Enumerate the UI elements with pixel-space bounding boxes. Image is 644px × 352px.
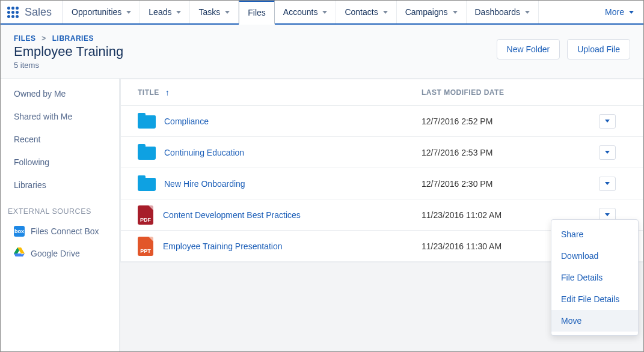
page-subtitle: 5 items <box>14 61 123 70</box>
box-icon: box <box>14 226 25 237</box>
chevron-down-icon[interactable] <box>453 11 458 14</box>
menu-item-share[interactable]: Share <box>551 223 638 245</box>
sidebar-item-owned-by-me[interactable]: Owned by Me <box>1 82 119 105</box>
sidebar-external-label: Files Connect Box <box>31 226 99 236</box>
nav-tab-leads[interactable]: Leads <box>140 1 190 23</box>
nav-tab-label: Opportunities <box>72 7 121 17</box>
sidebar-item-following[interactable]: Following <box>1 151 119 174</box>
nav-tab-accounts[interactable]: Accounts <box>275 1 337 23</box>
file-modified-date: 12/7/2016 2:53 PM <box>422 148 572 157</box>
file-modified-date: 12/7/2016 2:52 PM <box>422 117 572 126</box>
file-modified-date: 11/23/2016 11:02 AM <box>422 210 572 220</box>
upload-file-button[interactable]: Upload File <box>567 39 630 59</box>
chevron-down-icon <box>605 120 610 123</box>
nav-tab-campaigns[interactable]: Campaigns <box>397 1 467 23</box>
column-date-label: LAST MODIFIED DATE <box>422 88 504 97</box>
chevron-down-icon[interactable] <box>525 11 530 14</box>
nav-more-button[interactable]: More <box>595 1 643 23</box>
menu-item-edit-file-details[interactable]: Edit File Details <box>551 288 638 310</box>
pdf-file-icon: PDF <box>138 205 153 225</box>
ppt-file-icon: PPT <box>138 237 153 256</box>
list-row[interactable]: New Hire Onboarding12/7/2016 2:30 PM <box>121 168 643 199</box>
column-header-date[interactable]: LAST MODIFIED DATE <box>422 88 572 97</box>
folder-icon <box>138 144 155 161</box>
sidebar-external-header: EXTERNAL SOURCES <box>1 196 119 220</box>
nav-tab-label: Files <box>248 8 266 17</box>
nav-tab-tasks[interactable]: Tasks <box>190 1 239 23</box>
nav-tab-label: Campaigns <box>405 7 448 17</box>
sidebar-external-google-drive[interactable]: Google Drive <box>1 242 119 264</box>
file-title-link[interactable]: New Hire Onboarding <box>164 179 245 189</box>
menu-item-move[interactable]: Move <box>551 310 638 332</box>
chevron-down-icon[interactable] <box>322 11 327 14</box>
page-header: FILES > LIBRARIES Employee Training 5 it… <box>1 25 643 79</box>
chevron-down-icon <box>605 182 610 185</box>
sidebar-item-recent[interactable]: Recent <box>1 128 119 151</box>
global-nav: Sales OpportunitiesLeadsTasksFilesAccoun… <box>1 1 643 25</box>
nav-tab-opportunities[interactable]: Opportunities <box>63 1 140 23</box>
column-header-title[interactable]: TITLE ↑ <box>121 88 422 97</box>
row-action-button[interactable] <box>599 145 616 160</box>
nav-more-label: More <box>605 7 624 17</box>
chevron-down-icon <box>605 213 610 216</box>
new-folder-button[interactable]: New Folder <box>497 39 560 59</box>
list-row[interactable]: Continuing Education12/7/2016 2:53 PM <box>121 137 643 168</box>
list-header: TITLE ↑ LAST MODIFIED DATE <box>121 79 643 106</box>
chevron-down-icon[interactable] <box>383 11 388 14</box>
file-title-link[interactable]: Continuing Education <box>164 148 244 157</box>
nav-tab-contacts[interactable]: Contacts <box>336 1 396 23</box>
nav-tab-label: Contacts <box>345 7 378 17</box>
sidebar-item-libraries[interactable]: Libraries <box>1 174 119 196</box>
page-title: Employee Training <box>14 44 123 59</box>
file-modified-date: 12/7/2016 2:30 PM <box>422 179 572 189</box>
waffle-icon <box>7 7 19 18</box>
app-launcher-icon[interactable] <box>1 1 25 23</box>
breadcrumb-root[interactable]: FILES <box>14 34 36 43</box>
svg-marker-3 <box>14 253 23 256</box>
google-drive-icon <box>14 247 25 259</box>
sidebar-external-label: Google Drive <box>31 249 80 258</box>
sidebar: Owned by MeShared with MeRecentFollowing… <box>1 79 120 351</box>
nav-tab-label: Dashboards <box>475 7 521 17</box>
sort-ascending-icon: ↑ <box>165 88 170 97</box>
nav-tab-label: Accounts <box>283 7 318 17</box>
sidebar-item-shared-with-me[interactable]: Shared with Me <box>1 105 119 128</box>
menu-item-download[interactable]: Download <box>551 245 638 267</box>
menu-item-file-details[interactable]: File Details <box>551 267 638 288</box>
breadcrumb-current[interactable]: LIBRARIES <box>52 34 94 43</box>
breadcrumb[interactable]: FILES > LIBRARIES <box>14 34 123 43</box>
file-title-link[interactable]: Compliance <box>164 117 209 126</box>
folder-icon <box>138 113 155 130</box>
chevron-down-icon <box>629 11 634 14</box>
header-actions: New Folder Upload File <box>497 39 630 59</box>
chevron-down-icon[interactable] <box>176 11 181 14</box>
nav-tab-files[interactable]: Files <box>239 0 275 25</box>
folder-icon <box>138 175 155 192</box>
sidebar-external-files-connect-box[interactable]: boxFiles Connect Box <box>1 220 119 242</box>
file-title-link[interactable]: Content Development Best Practices <box>163 210 301 220</box>
list-row[interactable]: Compliance12/7/2016 2:52 PM <box>121 106 643 137</box>
row-action-button[interactable] <box>599 114 616 129</box>
row-action-button[interactable] <box>599 177 616 191</box>
chevron-down-icon[interactable] <box>126 11 131 14</box>
file-title-link[interactable]: Employee Training Presentation <box>163 241 282 251</box>
nav-tab-label: Leads <box>149 7 171 17</box>
main-content: TITLE ↑ LAST MODIFIED DATE Compliance12/… <box>120 79 643 351</box>
breadcrumb-separator: > <box>41 34 46 43</box>
chevron-down-icon[interactable] <box>225 11 230 14</box>
page-body: Owned by MeShared with MeRecentFollowing… <box>1 79 643 351</box>
column-title-label: TITLE <box>138 88 159 97</box>
file-modified-date: 11/23/2016 11:30 AM <box>422 241 572 251</box>
nav-tab-dashboards[interactable]: Dashboards <box>467 1 539 23</box>
app-name: Sales <box>25 1 63 23</box>
row-action-menu: ShareDownloadFile DetailsEdit File Detai… <box>551 219 639 336</box>
chevron-down-icon <box>605 151 610 154</box>
nav-tabs: OpportunitiesLeadsTasksFilesAccountsCont… <box>63 1 595 23</box>
nav-tab-label: Tasks <box>198 7 220 17</box>
